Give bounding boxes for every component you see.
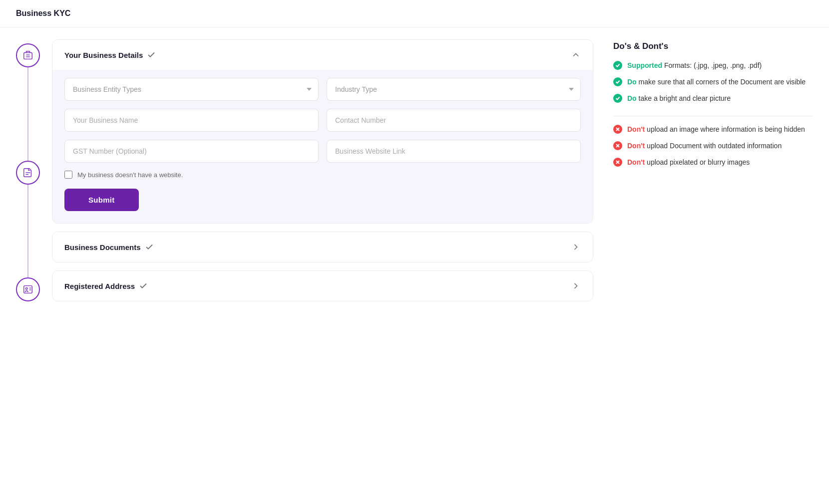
business-details-body: Business Entity Types Industry Type <box>52 70 593 223</box>
do-icon-1 <box>613 61 622 70</box>
dos-donts-panel: Do's & Dont's Supported Formats: (.jpg, … <box>613 39 813 301</box>
business-documents-title: Business Documents <box>64 243 141 252</box>
no-website-checkbox[interactable] <box>64 171 72 179</box>
do-icon-3 <box>613 94 622 103</box>
business-documents-section: Business Documents <box>52 232 593 262</box>
website-input[interactable] <box>327 140 581 163</box>
no-website-label: My business doesn't have a website. <box>77 171 183 179</box>
do-item-1: Supported Formats: (.jpg, .jpeg, .png, .… <box>613 60 813 71</box>
dont-item-1: Don't upload an image where information … <box>613 124 813 135</box>
do-icon-2 <box>613 77 622 86</box>
business-name-input[interactable] <box>64 109 319 132</box>
registered-address-section: Registered Address <box>52 270 593 301</box>
step-icon-registered-address <box>16 277 40 301</box>
business-details-header[interactable]: Your Business Details <box>52 40 593 70</box>
contact-number-input[interactable] <box>327 109 581 132</box>
dos-list: Supported Formats: (.jpg, .jpeg, .png, .… <box>613 60 813 104</box>
industry-type-wrapper: Industry Type <box>327 78 581 101</box>
form-row-3 <box>64 140 581 163</box>
business-documents-check-icon <box>145 243 154 252</box>
business-entity-wrapper: Business Entity Types <box>64 78 319 101</box>
business-details-title: Your Business Details <box>64 51 143 59</box>
registered-address-title: Registered Address <box>64 282 135 290</box>
dont-icon-3 <box>613 158 622 167</box>
step-icon-business-details <box>16 43 40 67</box>
do-item-3: Do take a bright and clear picture <box>613 93 813 104</box>
dont-icon-2 <box>613 141 622 150</box>
form-row-2 <box>64 109 581 132</box>
registered-address-expand-icon <box>571 281 581 291</box>
step-line-2 <box>27 185 28 278</box>
form-sections: Your Business Details Business Entity T <box>52 39 593 301</box>
dos-donts-divider <box>613 116 813 116</box>
registered-address-check-icon <box>139 281 148 290</box>
business-documents-header[interactable]: Business Documents <box>52 232 593 262</box>
registered-address-header[interactable]: Registered Address <box>52 271 593 301</box>
business-details-section: Your Business Details Business Entity T <box>52 39 593 224</box>
dont-item-2: Don't upload Document with outdated info… <box>613 141 813 151</box>
stepper <box>16 39 40 301</box>
industry-type-select[interactable]: Industry Type <box>327 78 581 101</box>
donts-list: Don't upload an image where information … <box>613 124 813 168</box>
submit-button[interactable]: Submit <box>64 189 139 211</box>
business-documents-expand-icon <box>571 242 581 252</box>
do-item-2: Do make sure that all corners of the Doc… <box>613 77 813 87</box>
business-entity-select[interactable]: Business Entity Types <box>64 78 319 101</box>
svg-point-6 <box>25 287 27 289</box>
dont-item-3: Don't upload pixelated or blurry images <box>613 157 813 168</box>
dos-donts-title: Do's & Dont's <box>613 41 813 51</box>
form-row-1: Business Entity Types Industry Type <box>64 78 581 101</box>
gst-number-input[interactable] <box>64 140 319 163</box>
page-title: Business KYC <box>0 0 829 27</box>
business-details-check-icon <box>147 50 156 59</box>
step-icon-business-documents <box>16 161 40 185</box>
step-line-1 <box>27 67 28 161</box>
business-details-collapse-icon <box>571 50 581 60</box>
no-website-row: My business doesn't have a website. <box>64 171 581 179</box>
dont-icon-1 <box>613 125 622 134</box>
svg-rect-0 <box>24 53 32 59</box>
